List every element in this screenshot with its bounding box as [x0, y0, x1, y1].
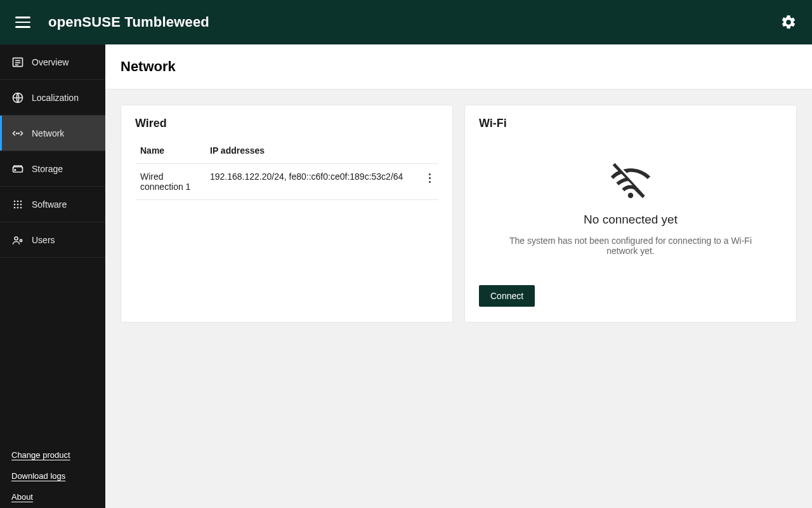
sidebar-item-label: Users [32, 235, 55, 245]
wifi-heading: Wi-Fi [479, 117, 782, 130]
wifi-empty-state: No connected yet The system has not been… [479, 140, 782, 262]
conn-ip: 192.168.122.20/24, fe80::c6f0:ce0f:189c:… [205, 164, 421, 200]
wifi-empty-desc: The system has not been configured for c… [497, 236, 764, 256]
svg-point-10 [17, 200, 19, 202]
svg-point-14 [20, 203, 22, 205]
product-title: openSUSE Tumbleweed [48, 14, 209, 30]
wired-card: Wired Name IP addresses Wired connection… [121, 105, 453, 323]
sidebar-footer-links: Change product Download logs About [0, 450, 105, 508]
sidebar-item-overview[interactable]: Overview [0, 44, 105, 80]
sidebar-item-users[interactable]: Users [0, 222, 105, 258]
svg-point-16 [17, 206, 19, 208]
sidebar-item-network[interactable]: Network [0, 116, 105, 151]
link-change-product[interactable]: Change product [11, 450, 94, 460]
svg-point-12 [14, 203, 16, 205]
wifi-off-icon [606, 159, 655, 203]
apps-icon [11, 198, 24, 211]
sidebar-item-software[interactable]: Software [0, 187, 105, 222]
gear-icon [780, 14, 797, 30]
page-title-bar: Network [105, 44, 812, 90]
app-header: openSUSE Tumbleweed [0, 0, 812, 44]
globe-icon [11, 91, 24, 104]
menu-button[interactable] [15, 15, 30, 30]
wired-connections-table: Name IP addresses Wired connection 1 192… [135, 140, 438, 200]
sidebar-item-localization[interactable]: Localization [0, 80, 105, 116]
wifi-empty-title: No connected yet [584, 213, 678, 227]
wired-heading: Wired [135, 117, 438, 130]
svg-point-13 [17, 203, 19, 205]
link-download-logs[interactable]: Download logs [11, 471, 94, 481]
conn-name: Wired connection 1 [135, 164, 205, 200]
svg-point-15 [14, 206, 16, 208]
sidebar-item-label: Overview [32, 57, 69, 67]
storage-icon [11, 163, 24, 175]
page-title: Network [121, 58, 797, 75]
svg-point-8 [15, 169, 16, 170]
sidebar-item-label: Localization [32, 93, 79, 103]
col-ip: IP addresses [205, 140, 421, 164]
connect-button[interactable]: Connect [479, 285, 535, 307]
svg-point-9 [14, 200, 16, 202]
network-icon [11, 127, 24, 140]
users-icon [11, 234, 24, 246]
svg-point-5 [16, 133, 17, 133]
sidebar-item-label: Storage [32, 164, 63, 174]
sidebar-item-label: Network [32, 128, 64, 138]
wifi-card: Wi-Fi No connected yet The system has no… [464, 105, 797, 323]
row-actions-button[interactable] [421, 164, 438, 200]
sidebar-item-storage[interactable]: Storage [0, 151, 105, 187]
svg-point-11 [20, 200, 22, 202]
sidebar-item-label: Software [32, 199, 67, 210]
link-about[interactable]: About [11, 492, 94, 502]
sidebar: Overview Localization Network Storage So… [0, 44, 105, 508]
settings-button[interactable] [780, 14, 797, 30]
svg-point-17 [20, 206, 22, 208]
main-content: Network Wired Name IP addresses [105, 44, 812, 508]
svg-point-6 [18, 133, 19, 133]
table-row: Wired connection 1 192.168.122.20/24, fe… [135, 164, 438, 200]
svg-point-18 [15, 237, 18, 240]
overview-icon [11, 56, 24, 69]
col-name: Name [135, 140, 205, 164]
